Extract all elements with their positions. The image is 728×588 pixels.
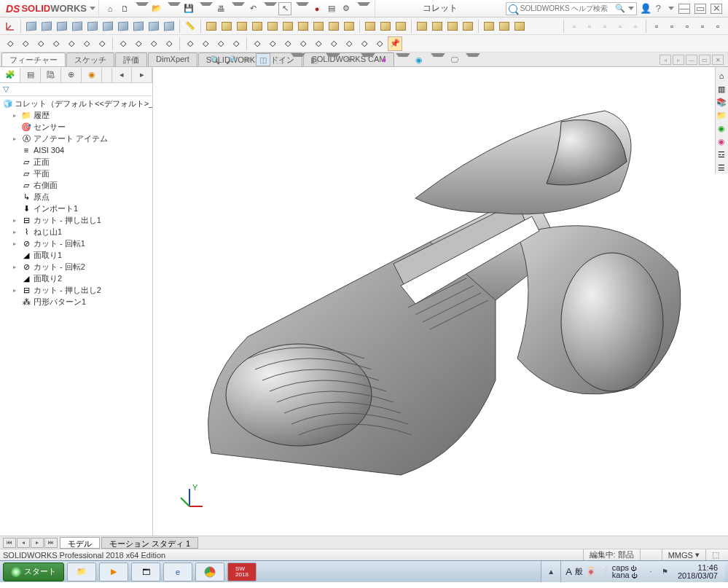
tree-item-7[interactable]: ↳原点 xyxy=(0,191,152,203)
task-media-icon[interactable]: ▶ xyxy=(99,562,128,581)
feat-10-icon[interactable] xyxy=(162,19,176,34)
bottom-tab-0[interactable]: モデル xyxy=(60,537,100,549)
surf-6-icon[interactable] xyxy=(281,19,295,34)
panel-collapse-left-icon[interactable]: ◂ xyxy=(111,68,132,82)
tool-b3-icon[interactable] xyxy=(445,19,460,34)
tree-item-5[interactable]: ▱平面 xyxy=(0,168,152,179)
tree-root-item[interactable]: 🧊 コレット（デフォルト<<デフォルト>_表示状態 1>） xyxy=(0,98,152,109)
prev-view-icon[interactable]: 👁 xyxy=(240,53,254,66)
view-orient-icon[interactable]: ⬚ xyxy=(272,53,286,66)
appearance-drop-icon[interactable] xyxy=(396,53,410,66)
tray-flag-icon[interactable]: ⚑ xyxy=(660,567,670,577)
command-tab-3[interactable]: DimXpert xyxy=(148,52,197,66)
tree-item-10[interactable]: ▸⌇ねじ山1 xyxy=(0,226,152,238)
tree-item-6[interactable]: ▱右側面 xyxy=(0,179,152,191)
surf-7-icon[interactable] xyxy=(296,19,310,34)
task-app1-icon[interactable]: 🗔 xyxy=(131,562,160,581)
taskpane-home-icon[interactable]: ⌂ xyxy=(716,70,727,82)
undo-dropdown-icon[interactable] xyxy=(264,2,277,15)
feat-8-icon[interactable] xyxy=(131,19,146,34)
taskpane-resources-icon[interactable]: ▥ xyxy=(716,83,727,95)
surf-9-icon[interactable] xyxy=(326,19,341,34)
panel-collapse-right-icon[interactable]: ▸ xyxy=(132,68,152,82)
mdi-next-icon[interactable]: ▹ xyxy=(673,55,684,65)
tree-item-13[interactable]: ▸⊘カット - 回転2 xyxy=(0,261,152,273)
tree-item-14[interactable]: ◢面取り2 xyxy=(0,273,152,284)
disp-2-icon[interactable]: ▫ xyxy=(665,19,679,34)
feat-sweep-icon[interactable] xyxy=(55,19,69,34)
feat-loft-icon[interactable] xyxy=(70,19,85,34)
tree-item-12[interactable]: ◢面取り1 xyxy=(0,249,152,261)
bottom-tab-1[interactable]: モーション スタディ 1 xyxy=(101,537,198,549)
sk-23-icon[interactable]: ◇ xyxy=(357,36,372,51)
command-tab-1[interactable]: スケッチ xyxy=(66,52,114,66)
tree-expander-icon[interactable]: ▸ xyxy=(13,240,20,247)
save-dropdown-icon[interactable] xyxy=(200,2,213,15)
print-icon[interactable]: 🖶 xyxy=(214,2,227,15)
save-icon[interactable]: 💾 xyxy=(182,2,195,15)
feat-6-icon[interactable] xyxy=(101,19,115,34)
sk-15-icon[interactable]: ◇ xyxy=(229,36,243,51)
disp-4-icon[interactable]: ▫ xyxy=(695,19,710,34)
ime-pad-icon[interactable]: 🀄 xyxy=(586,567,596,576)
tool-b4-icon[interactable] xyxy=(461,19,475,34)
section-view-icon[interactable]: ◫ xyxy=(256,53,270,66)
command-tab-2[interactable]: 評価 xyxy=(115,52,147,66)
zoom-area-icon[interactable]: 🔎 xyxy=(224,53,238,66)
ime-help-icon[interactable]: ❔ xyxy=(599,567,609,576)
tree-item-0[interactable]: ▸📁履歴 xyxy=(0,109,152,121)
window-minimize-icon[interactable]: — xyxy=(678,4,690,14)
taskpane-forum-icon[interactable]: ☰ xyxy=(716,162,727,173)
tree-item-2[interactable]: ▸Ⓐアノテート アイテム xyxy=(0,133,152,144)
task-explorer-icon[interactable]: 📁 xyxy=(67,562,96,581)
hide-show-icon[interactable]: 👁 xyxy=(342,53,356,66)
feature-tree-tab-icon[interactable]: 🧩 xyxy=(0,68,20,82)
open-dropdown-icon[interactable] xyxy=(168,2,181,15)
tree-item-15[interactable]: ▸⊟カット - 押し出し2 xyxy=(0,284,152,296)
tray-up-icon[interactable]: ▲ xyxy=(546,567,556,577)
tool-a1-icon[interactable] xyxy=(363,19,377,34)
mdi-prev-icon[interactable]: ◃ xyxy=(659,55,671,65)
tab-nav-first-icon[interactable]: ⏮ xyxy=(3,538,16,548)
sk-17-icon[interactable]: ◇ xyxy=(265,36,280,51)
task-ie-icon[interactable]: e xyxy=(163,562,192,581)
dimxpert-tab-icon[interactable]: ⊕ xyxy=(61,68,82,82)
asm-2-icon[interactable]: ▫ xyxy=(582,19,597,34)
display-style-drop-icon[interactable] xyxy=(326,53,340,66)
orientation-triad[interactable]: Y xyxy=(175,485,204,514)
help-dropdown-icon[interactable] xyxy=(668,7,674,10)
feat-9-icon[interactable] xyxy=(146,19,161,34)
tool-c3-icon[interactable] xyxy=(512,19,527,34)
sk-18-icon[interactable]: ◇ xyxy=(281,36,295,51)
surf-3-icon[interactable] xyxy=(235,19,249,34)
tab-nav-last-icon[interactable]: ⏭ xyxy=(44,538,58,548)
mdi-restore-icon[interactable]: ▭ xyxy=(699,55,711,65)
toolbar-pin-icon[interactable]: 📌 xyxy=(388,36,402,51)
home-icon[interactable]: ⌂ xyxy=(103,2,117,15)
help-search-input[interactable] xyxy=(520,4,615,12)
help-icon[interactable]: ? xyxy=(656,3,661,14)
undo-icon[interactable]: ↶ xyxy=(246,2,259,15)
sk-6-icon[interactable]: ◇ xyxy=(79,36,94,51)
taskpane-custom-props-icon[interactable]: ☲ xyxy=(716,149,727,160)
logo-dropdown-icon[interactable] xyxy=(90,7,95,10)
scene-icon[interactable]: ◉ xyxy=(412,53,426,66)
tree-item-4[interactable]: ▱正面 xyxy=(0,156,152,168)
property-mgr-tab-icon[interactable]: ▤ xyxy=(20,68,41,82)
measure-icon[interactable]: 📏 xyxy=(183,19,197,34)
tree-item-1[interactable]: 🎯センサー xyxy=(0,121,152,133)
sk-20-icon[interactable]: ◇ xyxy=(311,36,326,51)
options-icon[interactable]: ▤ xyxy=(325,2,338,15)
view-settings-drop-icon[interactable] xyxy=(466,53,480,66)
disp-1-icon[interactable]: ▫ xyxy=(649,19,664,34)
display-style-icon[interactable]: ◧ xyxy=(307,53,321,66)
command-tab-0[interactable]: フィーチャー xyxy=(1,52,66,66)
new-dropdown-icon[interactable] xyxy=(136,2,149,15)
settings-gear-icon[interactable]: ⚙ xyxy=(340,2,353,15)
tool-c2-icon[interactable] xyxy=(497,19,512,34)
settings-dropdown-icon[interactable] xyxy=(357,2,370,15)
status-warning-icon[interactable] xyxy=(640,549,662,560)
sk-22-icon[interactable]: ◇ xyxy=(342,36,356,51)
tree-expander-icon[interactable]: ▸ xyxy=(13,136,20,142)
feat-boundary-icon[interactable] xyxy=(85,19,100,34)
